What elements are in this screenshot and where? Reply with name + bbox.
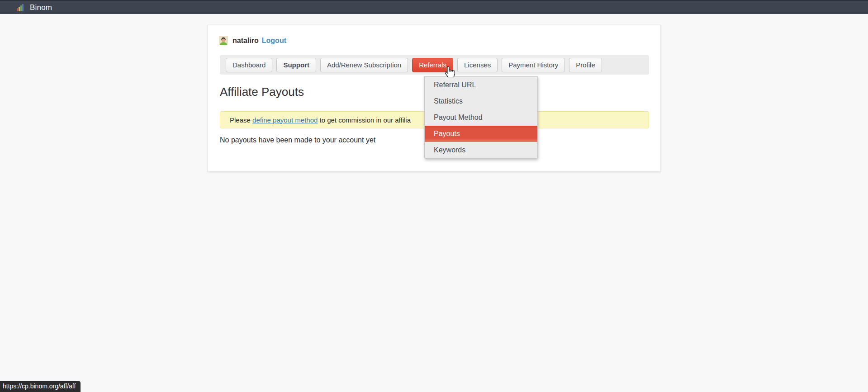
user-row: nataliro Logout — [219, 36, 286, 45]
topbar: Binom — [0, 0, 868, 14]
tab-licenses[interactable]: Licenses — [457, 58, 498, 72]
avatar — [219, 36, 228, 45]
logout-link[interactable]: Logout — [262, 37, 286, 45]
statusbar-url: https://cp.binom.org/aff/aff — [0, 381, 81, 392]
menu-item-statistics[interactable]: Statistics — [425, 93, 537, 109]
username: nataliro — [232, 37, 259, 45]
tab-dashboard[interactable]: Dashboard — [226, 58, 272, 72]
hand-cursor-icon — [445, 66, 455, 79]
tab-payment-history[interactable]: Payment History — [502, 58, 565, 72]
navbar: Dashboard Support Add/Renew Subscription… — [220, 55, 649, 75]
referrals-dropdown-menu: Referral URL Statistics Payout Method Pa… — [424, 76, 538, 159]
tab-support[interactable]: Support — [276, 58, 316, 72]
menu-item-payout-method[interactable]: Payout Method — [425, 109, 537, 126]
main-card: nataliro Logout Dashboard Support Add/Re… — [208, 25, 661, 172]
menu-item-keywords[interactable]: Keywords — [425, 142, 537, 158]
brand-title: Binom — [30, 3, 52, 12]
define-payout-method-link[interactable]: define payout method — [252, 116, 318, 124]
tab-profile[interactable]: Profile — [569, 58, 602, 72]
alert-text-prefix: Please — [230, 116, 252, 124]
bar-chart-logo-icon — [17, 4, 24, 11]
page-title: Affiliate Payouts — [220, 85, 304, 99]
empty-state-message: No payouts have been made to your accoun… — [220, 136, 375, 144]
alert-text-suffix: to get commission in our affilia — [318, 116, 411, 124]
menu-item-referral-url[interactable]: Referral URL — [425, 77, 537, 93]
menu-item-payouts[interactable]: Payouts — [425, 126, 537, 142]
tab-add-renew-subscription[interactable]: Add/Renew Subscription — [320, 58, 408, 72]
